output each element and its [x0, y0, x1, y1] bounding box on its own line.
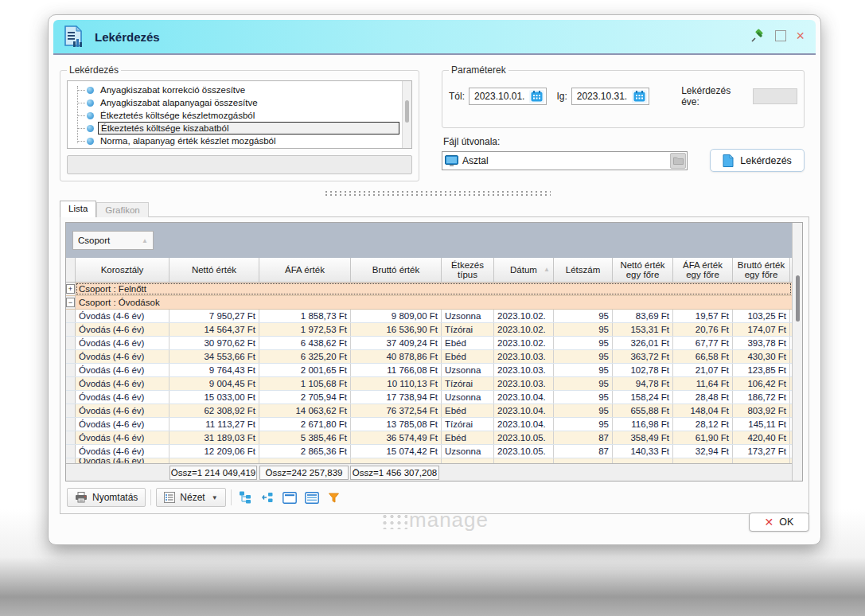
cell[interactable]: 32,94 Ft: [673, 445, 733, 458]
cell[interactable]: Ebéd: [442, 337, 494, 349]
pin-icon[interactable]: [750, 28, 766, 44]
cell[interactable]: 10 110,13 Ft: [351, 377, 442, 390]
grid-row-2[interactable]: Óvodás (4-6 év)30 970,62 Ft6 438,62 Ft37…: [66, 337, 792, 350]
cell[interactable]: 67,77 Ft: [673, 337, 733, 349]
cell[interactable]: 106,42 Ft: [733, 377, 790, 390]
group-by-panel[interactable]: Csoport ▲: [66, 223, 792, 258]
cell[interactable]: 30 970,62 Ft: [169, 337, 259, 349]
cell[interactable]: Óvodás (4-6 év): [76, 458, 169, 463]
cell[interactable]: 66,58 Ft: [673, 350, 733, 363]
cell[interactable]: [733, 458, 790, 463]
cell[interactable]: 28,48 Ft: [673, 391, 733, 404]
cell[interactable]: 655,88 Ft: [613, 404, 673, 417]
column-header-6[interactable]: Létszám: [554, 258, 613, 282]
cell[interactable]: 393,78 Ft: [733, 337, 790, 349]
grid-row-3[interactable]: Óvodás (4-6 év)34 553,66 Ft6 325,20 Ft40…: [66, 350, 792, 364]
cell[interactable]: 2023.10.02.: [494, 337, 554, 349]
cell[interactable]: Óvodás (4-6 év): [76, 310, 169, 322]
cell[interactable]: Óvodás (4-6 év): [76, 350, 169, 363]
cell[interactable]: Uzsonna: [442, 391, 494, 404]
cell[interactable]: 145,11 Ft: [733, 418, 790, 431]
cell[interactable]: 2023.10.03.: [494, 364, 554, 376]
maximize-icon[interactable]: [775, 30, 786, 41]
from-date-field[interactable]: 2023.10.01.: [469, 88, 547, 105]
cell[interactable]: 95: [554, 418, 613, 431]
file-path-combobox[interactable]: Asztal: [442, 151, 688, 170]
cell[interactable]: [259, 458, 351, 463]
cell[interactable]: 95: [554, 404, 613, 417]
cell[interactable]: 95: [554, 364, 613, 376]
collapse-all-groups-icon[interactable]: [259, 489, 276, 506]
browse-folder-icon[interactable]: [670, 153, 686, 169]
grid-row-8[interactable]: Óvodás (4-6 év)11 113,27 Ft2 671,80 Ft13…: [66, 418, 792, 431]
cell[interactable]: 16 536,90 Ft: [351, 323, 442, 336]
cell[interactable]: 21,07 Ft: [673, 364, 733, 376]
cell[interactable]: 2 865,36 Ft: [259, 445, 351, 458]
cell[interactable]: Óvodás (4-6 év): [76, 391, 169, 404]
cell[interactable]: 11 766,08 Ft: [351, 364, 442, 376]
cell[interactable]: 102,78 Ft: [613, 364, 673, 376]
expand-group-icon[interactable]: +: [66, 284, 75, 294]
filter-icon[interactable]: [325, 489, 343, 506]
cell[interactable]: 116,98 Ft: [613, 418, 673, 431]
cell[interactable]: 2 705,94 Ft: [259, 391, 351, 404]
tree-item-1[interactable]: Anyagkiszabat alapanyagai összesítve: [68, 96, 402, 109]
cell[interactable]: 14 063,62 Ft: [259, 404, 351, 417]
cell[interactable]: 9 764,43 Ft: [169, 364, 259, 376]
cell[interactable]: Tízórai: [442, 323, 494, 336]
cell[interactable]: [673, 458, 733, 463]
cell[interactable]: 9 004,45 Ft: [169, 377, 259, 390]
cell[interactable]: 17 738,94 Ft: [351, 391, 442, 404]
cell[interactable]: Óvodás (4-6 év): [76, 445, 169, 458]
cell[interactable]: 12 209,06 Ft: [169, 445, 259, 458]
cell[interactable]: 36 574,49 Ft: [351, 431, 442, 444]
cell[interactable]: [169, 458, 259, 463]
cell[interactable]: 87: [554, 431, 613, 444]
cell[interactable]: 2023.10.05.: [494, 445, 554, 458]
cell[interactable]: Tízórai: [442, 377, 494, 390]
close-icon[interactable]: ×: [796, 30, 805, 41]
tree-item-0[interactable]: Anyagkiszabat korrekció összesítve: [68, 84, 402, 96]
grid-scrollbar[interactable]: [792, 223, 802, 481]
cell[interactable]: 2023.10.03.: [494, 377, 554, 390]
cell[interactable]: 326,01 Ft: [613, 337, 673, 349]
cell[interactable]: Óvodás (4-6 év): [76, 364, 169, 376]
grid-row-10[interactable]: Óvodás (4-6 év)12 209,06 Ft2 865,36 Ft15…: [66, 445, 792, 458]
cell[interactable]: 1 105,68 Ft: [259, 377, 351, 390]
print-button[interactable]: Nyomtatás: [67, 488, 146, 507]
cell[interactable]: 9 809,00 Ft: [351, 310, 442, 322]
grid-row-6[interactable]: Óvodás (4-6 év)15 033,00 Ft2 705,94 Ft17…: [66, 391, 792, 404]
show-grid-lines-icon[interactable]: [303, 489, 321, 506]
to-date-field[interactable]: 2023.10.31.: [571, 88, 649, 105]
cell[interactable]: 11 113,27 Ft: [169, 418, 259, 431]
grid-row-0[interactable]: Óvodás (4-6 év)7 950,27 Ft1 858,73 Ft9 8…: [66, 310, 792, 323]
cell[interactable]: 173,27 Ft: [733, 445, 790, 458]
cell[interactable]: 2 001,65 Ft: [259, 364, 351, 376]
column-header-7[interactable]: Nettó érték egy főre: [613, 258, 673, 282]
tree-item-2[interactable]: Étkeztetés költsége készletmozgásból: [68, 109, 402, 122]
cell[interactable]: 2023.10.02.: [494, 310, 554, 322]
column-header-2[interactable]: ÁFA érték: [259, 258, 351, 282]
to-calendar-icon[interactable]: [632, 90, 647, 103]
cell[interactable]: 2023.10.04.: [494, 404, 554, 417]
run-query-button[interactable]: Lekérdezés: [710, 149, 805, 172]
cell[interactable]: 2023.10.02.: [494, 323, 554, 336]
grid-row-partial[interactable]: Óvodás (4-6 év): [66, 458, 792, 463]
from-calendar-icon[interactable]: [529, 90, 544, 103]
cell[interactable]: 95: [554, 323, 613, 336]
cell[interactable]: 40 878,86 Ft: [351, 350, 442, 363]
ok-button[interactable]: ✕ OK: [749, 513, 809, 532]
grid-row-7[interactable]: Óvodás (4-6 év)62 308,92 Ft14 063,62 Ft7…: [66, 404, 792, 418]
cell[interactable]: 28,12 Ft: [673, 418, 733, 431]
cell[interactable]: 19,57 Ft: [673, 310, 733, 322]
column-header-8[interactable]: ÁFA érték egy főre: [673, 258, 733, 282]
column-header-9[interactable]: Bruttó érték egy főre: [733, 258, 790, 282]
cell[interactable]: 61,90 Ft: [673, 431, 733, 444]
cell[interactable]: Ebéd: [442, 404, 494, 417]
cell[interactable]: Óvodás (4-6 év): [76, 337, 169, 349]
cell[interactable]: [613, 458, 673, 463]
cell[interactable]: 153,31 Ft: [613, 323, 673, 336]
cell[interactable]: [494, 458, 554, 463]
cell[interactable]: 5 385,46 Ft: [259, 431, 351, 444]
cell[interactable]: 358,49 Ft: [613, 431, 673, 444]
